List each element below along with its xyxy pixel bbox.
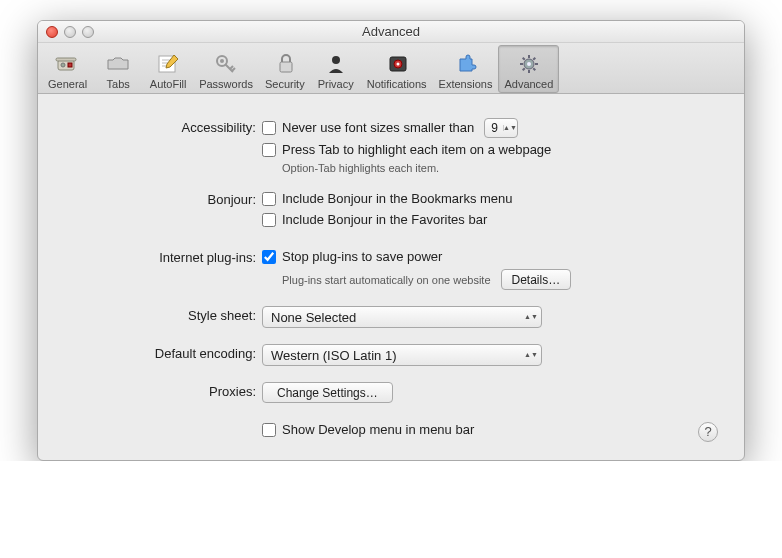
stop-plugins-checkbox[interactable]: [262, 250, 276, 264]
preferences-toolbar: General Tabs AutoFill Passwords Security: [38, 43, 744, 94]
details-button[interactable]: Details…: [501, 269, 572, 290]
min-font-size-value: 9: [491, 119, 498, 137]
change-settings-button[interactable]: Change Settings…: [262, 382, 393, 403]
tab-tabs[interactable]: Tabs: [93, 45, 143, 93]
bonjour-section: Bonjour: Include Bonjour in the Bookmark…: [64, 190, 718, 232]
bonjour-favorites-label: Include Bonjour in the Favorites bar: [282, 211, 487, 229]
stylesheet-label: Style sheet:: [64, 306, 262, 323]
svg-line-21: [523, 58, 525, 60]
stylesheet-section: Style sheet: None Selected ▲▼: [64, 306, 718, 328]
tab-label: General: [48, 78, 87, 90]
encoding-label: Default encoding:: [64, 344, 262, 361]
tab-general[interactable]: General: [42, 45, 93, 93]
svg-point-16: [527, 62, 531, 66]
tab-icon: [103, 50, 133, 76]
stylesheet-popup[interactable]: None Selected ▲▼: [262, 306, 542, 328]
accessibility-section: Accessibility: Never use font sizes smal…: [64, 118, 718, 174]
never-smaller-label: Never use font sizes smaller than: [282, 119, 474, 137]
tab-label: Privacy: [318, 78, 354, 90]
tab-label: Security: [265, 78, 305, 90]
encoding-popup[interactable]: Western (ISO Latin 1) ▲▼: [262, 344, 542, 366]
press-tab-label: Press Tab to highlight each item on a we…: [282, 141, 551, 159]
svg-line-22: [533, 68, 535, 70]
tab-passwords[interactable]: Passwords: [193, 45, 259, 93]
window-title: Advanced: [38, 24, 744, 39]
tab-label: Advanced: [504, 78, 553, 90]
help-button[interactable]: ?: [698, 422, 718, 442]
tab-label: Tabs: [107, 78, 130, 90]
stop-plugins-label: Stop plug-ins to save power: [282, 248, 442, 266]
pencil-form-icon: [153, 50, 183, 76]
gear-switch-icon: [53, 50, 83, 76]
svg-line-24: [533, 58, 535, 60]
stylesheet-value: None Selected: [271, 310, 356, 325]
puzzle-icon: [451, 50, 481, 76]
plugins-section: Internet plug-ins: Stop plug-ins to save…: [64, 248, 718, 290]
svg-rect-10: [280, 62, 292, 72]
stepper-arrows-icon: ▲▼: [503, 125, 513, 131]
svg-point-9: [220, 59, 224, 63]
svg-point-14: [396, 63, 399, 66]
titlebar: Advanced: [38, 21, 744, 43]
tab-privacy[interactable]: Privacy: [311, 45, 361, 93]
tab-label: Extensions: [439, 78, 493, 90]
gear-icon: [514, 50, 544, 76]
accessibility-label: Accessibility:: [64, 118, 262, 135]
tab-autofill[interactable]: AutoFill: [143, 45, 193, 93]
plugins-label: Internet plug-ins:: [64, 248, 262, 265]
proxies-label: Proxies:: [64, 382, 262, 399]
tab-label: Notifications: [367, 78, 427, 90]
tab-notifications[interactable]: Notifications: [361, 45, 433, 93]
proxies-section: Proxies: Change Settings…: [64, 382, 718, 403]
tab-label: Passwords: [199, 78, 253, 90]
tab-security[interactable]: Security: [259, 45, 311, 93]
svg-rect-2: [68, 63, 72, 67]
lock-icon: [270, 50, 300, 76]
content-pane: Accessibility: Never use font sizes smal…: [38, 94, 744, 460]
encoding-section: Default encoding: Western (ISO Latin 1) …: [64, 344, 718, 366]
svg-rect-3: [56, 58, 76, 61]
svg-line-23: [523, 68, 525, 70]
encoding-value: Western (ISO Latin 1): [271, 348, 396, 363]
min-font-size-select[interactable]: 9 ▲▼: [484, 118, 518, 138]
plugins-hint: Plug-ins start automatically on one webs…: [282, 274, 491, 286]
tab-label: AutoFill: [150, 78, 187, 90]
key-icon: [211, 50, 241, 76]
tab-extensions[interactable]: Extensions: [433, 45, 499, 93]
option-tab-hint: Option-Tab highlights each item.: [282, 162, 718, 174]
show-develop-checkbox[interactable]: [262, 423, 276, 437]
notification-icon: [382, 50, 412, 76]
press-tab-checkbox[interactable]: [262, 143, 276, 157]
show-develop-label: Show Develop menu in menu bar: [282, 421, 474, 439]
popup-arrows-icon: ▲▼: [525, 314, 537, 320]
bonjour-label: Bonjour:: [64, 190, 262, 207]
never-smaller-checkbox[interactable]: [262, 121, 276, 135]
svg-point-11: [332, 56, 340, 64]
popup-arrows-icon: ▲▼: [525, 352, 537, 358]
bonjour-favorites-checkbox[interactable]: [262, 213, 276, 227]
silhouette-icon: [321, 50, 351, 76]
bonjour-bookmarks-label: Include Bonjour in the Bookmarks menu: [282, 190, 513, 208]
tab-advanced[interactable]: Advanced: [498, 45, 559, 93]
preferences-window: Advanced General Tabs AutoFill Passwords: [37, 20, 745, 461]
svg-point-1: [61, 63, 65, 67]
bottom-row: Show Develop menu in menu bar ?: [64, 421, 718, 442]
bonjour-bookmarks-checkbox[interactable]: [262, 192, 276, 206]
